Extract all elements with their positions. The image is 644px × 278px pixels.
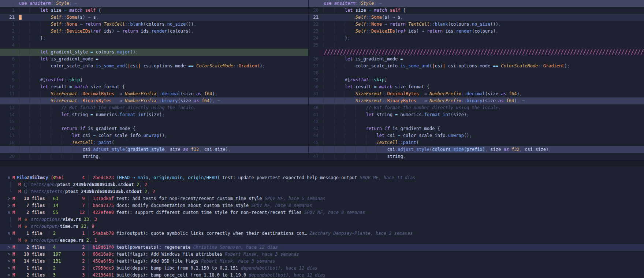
code-line[interactable]: 20▏ ▏ ▏ ▏ ▏ ▏ string, [0, 153, 308, 160]
commit-row[interactable]: >M 2 files │ 3 3 │ 42136401 build(deps):… [0, 272, 644, 278]
code-line[interactable]: 1use ansiterm::Style; ⋯ [309, 0, 644, 7]
code-line[interactable]: 45▏ ▏ ▏ ▏ ▏ TextCell::paint( [309, 139, 644, 146]
code-line[interactable]: 2use ansiterm::Style; ⋯ [0, 0, 308, 7]
line-number: 43 [309, 125, 319, 132]
commit-hash: 458a6f5b [93, 259, 114, 264]
commit-row[interactable]: ∨M 1 file │ 2 1 │ 54abab78 fix(output): … [0, 230, 644, 237]
chevron-right-icon[interactable]: > [6, 265, 12, 272]
chevron-down-icon[interactable]: ∨ [6, 174, 12, 181]
tree-guide: └ [6, 188, 18, 195]
code-line[interactable]: 30▏ ▏ let result = match size_format { [309, 84, 644, 90]
status-badge: M [18, 188, 25, 195]
code-line[interactable]: 15▏ ▏ ▏ ▏ [0, 118, 308, 125]
indent-guide: ▏ [334, 36, 345, 41]
code-line[interactable]: 19▏ ▏ ▏ ▏ ▏ ▏ csi.adjust_style(gradient_… [0, 146, 308, 153]
commit-row[interactable]: ∨M 2 files │ 55 12 │ 422efee0 feat!: sup… [0, 209, 644, 216]
chevron-down-icon[interactable]: ∨ [6, 230, 12, 237]
code-line[interactable]: 9▏ ▏ #[rustfmt::skip] [0, 77, 308, 84]
chevron-right-icon[interactable]: > [6, 244, 12, 251]
code-line[interactable]: 21▏ ▏ ▏ Self::Some(s) ⇒ s, [309, 14, 644, 21]
file-row[interactable]: └M⚙src/output/time.rs 22, 9 [0, 223, 644, 230]
code-line[interactable]: 4▏ ▏ [0, 42, 308, 49]
code-line[interactable]: 16▏ ▏ ▏ ▏ return if is_gradient_mode { [0, 125, 308, 132]
code-line[interactable]: 26▏ ▏ let is_gradient_mode = [309, 56, 644, 63]
code-line[interactable]: 46▏ ▏ ▏ ▏ ▏ ▏ csi.adjust_style(colours.s… [309, 146, 644, 153]
code-line[interactable]: 12▏ ▏ ▏ SizeFormat::BinaryBytes ⇒ Number… [0, 97, 308, 104]
indent-guide: ▏ [324, 126, 334, 131]
code-line[interactable]: 29▏ ▏ #[rustfmt::skip] [309, 77, 644, 84]
file-row[interactable]: │M⚙src/options/view.rs 33, 3 [0, 216, 644, 223]
code-line[interactable]: 14▏ ▏ ▏ ▏ let string = numerics.format_i… [0, 111, 308, 118]
code-line[interactable]: 44▏ ▏ ▏ ▏ ▏ let csi = color_scale_info.u… [309, 132, 644, 139]
code-line[interactable]: 31▏ ▏ ▏ SizeFormat::DecimalBytes ⇒ Numbe… [309, 90, 644, 97]
code-line[interactable]: 20▏ ▏ let size = match self { [309, 7, 644, 14]
window-separator[interactable] [0, 160, 644, 166]
commit-hash: b19d61f0 [93, 245, 114, 250]
commit-row[interactable]: >M 1 file │ 2 2 │ c7950dc9 build(deps): … [0, 265, 644, 272]
commit-row[interactable]: >M10 files │ 197 8 │ 66d16a9c feat(flags… [0, 251, 644, 258]
commit-row[interactable]: >M 2 files │ 4 2 │ b19d61f0 test(powerte… [0, 244, 644, 251]
indent-guide: ▏ [62, 154, 72, 159]
code-line[interactable]: 6▏ ▏ let is_gradient_mode = [0, 56, 308, 63]
code-line[interactable]: 18▏ ▏ ▏ ▏ ▏ TextCell::paint( [0, 139, 308, 146]
commit-row[interactable]: >M18 files │ 63 9 │ 131ad8af test: add t… [0, 195, 644, 202]
chevron-right-icon[interactable]: > [6, 272, 12, 278]
code-line[interactable]: 5▏ ▏ let gradient_style = colours.major(… [0, 49, 308, 56]
file-row[interactable]: │Mtests/gen/ptest_2439b7d68089135b.stdou… [0, 181, 644, 188]
code-line[interactable]: 40▏ ▏ ▏ ▏ // But format the number direc… [309, 104, 644, 111]
commit-message: build(deps): bump once_cell from 1.18.0 … [114, 273, 246, 278]
code-line[interactable]: 41▏ ▏ ▏ ▏ let string = numerics.format_i… [309, 111, 644, 118]
chevron-right-icon[interactable]: > [6, 258, 12, 265]
indent-guide: ▏ [355, 147, 366, 152]
diff-stats: 2 1 [53, 231, 85, 236]
indent-guide: ▏ [30, 98, 40, 103]
diff-pane-left[interactable]: 2use ansiterm::Style; ⋯1▏ ▏ let size = m… [0, 0, 309, 160]
chevron-down-icon[interactable]: ∨ [6, 209, 12, 216]
line-text: ▏ ▏ ▏ ▏ // But format the number directl… [15, 104, 308, 111]
line-number: 13 [0, 104, 15, 111]
line-text: ▏ ▏ ▏ ▏ // But format the number directl… [319, 104, 644, 111]
indent-guide: ▏ [345, 147, 355, 152]
code-line[interactable]: 10▏ ▏ let result = match size_format { [0, 84, 308, 90]
chevron-right-icon[interactable]: > [6, 195, 12, 202]
indent-guide: ▏ [51, 154, 62, 159]
chevron-right-icon[interactable]: > [6, 251, 12, 258]
line-number: 27 [309, 63, 319, 70]
indent-guide: ▏ [324, 22, 334, 27]
diff-filler-line[interactable]: ////////////////////////////////////////… [309, 49, 644, 56]
code-line[interactable]: 47▏ ▏ ▏ ▏ ▏ ▏ string, [309, 153, 644, 160]
code-line[interactable]: 21 ▏ ▏ Self::Some(s) ⇒ s, [0, 14, 308, 21]
commit-row[interactable]: ∨M 2 files │ 4 4 │ 2bedc823 (HEAD → main… [0, 174, 644, 181]
line-text: ▏ ▏ ▏ ▏ let string = numerics.format_int… [15, 111, 308, 118]
chevron-right-icon[interactable]: > [6, 202, 12, 209]
line-text: ▏ ▏ ▏ ▏ let string = numerics.format_int… [319, 111, 644, 118]
code-line[interactable]: 32▏ ▏ ▏ SizeFormat::BinaryBytes ⇒ Number… [309, 97, 644, 104]
file-row[interactable]: └M⚙src/output/escape.rs 2, 1 [0, 237, 644, 244]
code-line[interactable]: 25▏ ▏ [309, 42, 644, 49]
code-line[interactable]: 8▏ ▏ [0, 70, 308, 77]
file-row[interactable]: └Mtests/ptests/ptest_2439b7d68089135b.st… [0, 188, 644, 195]
commit-row[interactable]: >M14 files │ 131 2 │ 458a6f5b feat(flags… [0, 258, 644, 265]
files-changed-count: 18 files [24, 195, 45, 202]
line-text: ▏ ▏ ▏ Self::Some(s) ⇒ s, [319, 14, 644, 21]
code-line[interactable]: 3▏ ▏ }; [0, 35, 308, 42]
commit-row[interactable]: >M 7 files │ 14 7 │ baca7175 docs: modif… [0, 202, 644, 209]
code-line[interactable]: 42▏ ▏ ▏ ▏ [309, 118, 644, 125]
code-line[interactable]: 23▏ ▏ ▏ Self::DeviceIDs(ref ids) ⇒ retur… [309, 28, 644, 35]
code-line[interactable]: 24▏ ▏ }; [309, 35, 644, 42]
code-line[interactable]: 1▏ ▏ ▏ Self::None ⇒ return TextCell::bla… [0, 21, 308, 28]
code-line[interactable]: 1▏ ▏ let size = match self { [0, 7, 308, 14]
diff-pane-right[interactable]: 1use ansiterm::Style; ⋯20▏ ▏ let size = … [309, 0, 644, 160]
code-line[interactable]: 13▏ ▏ ▏ ▏ // But format the number direc… [0, 104, 308, 111]
code-line[interactable]: 11▏ ▏ ▏ SizeFormat::DecimalBytes ⇒ Numbe… [0, 90, 308, 97]
code-line[interactable]: 17▏ ▏ ▏ ▏ ▏ let csi = color_scale_info.u… [0, 132, 308, 139]
indent-guide: ▏ [19, 147, 30, 152]
code-line[interactable]: 27▏ ▏ ▏ color_scale_info.is_some_and(|cs… [309, 63, 644, 70]
code-line[interactable]: 28▏ ▏ [309, 70, 644, 77]
code-line[interactable]: 2▏ ▏ ▏ Self::DeviceIDs(ref ids) ⇒ return… [0, 28, 308, 35]
code-line[interactable]: 43▏ ▏ ▏ ▏ return if is_gradient_mode { [309, 125, 644, 132]
code-line[interactable]: 7▏ ▏ ▏ color_scale_info.is_some_and(|csi… [0, 63, 308, 70]
deleted-lines-filler: ////////////////////////////////////////… [319, 49, 644, 56]
code-line[interactable]: 22▏ ▏ ▏ Self::None ⇒ return TextCell::bl… [309, 21, 644, 28]
indent-guide: ▏ [355, 133, 366, 138]
